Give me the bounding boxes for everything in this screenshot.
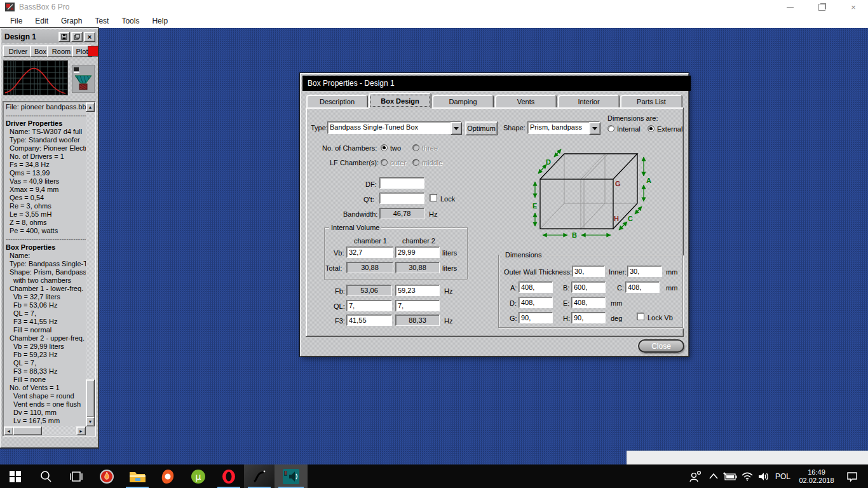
vb-chamber2-field[interactable]: 29,99	[395, 247, 440, 258]
a-field[interactable]: 408,	[519, 281, 553, 293]
lock-checkbox[interactable]	[430, 194, 437, 201]
utorrent-button[interactable]: µ	[183, 464, 214, 488]
qt-field[interactable]	[379, 193, 424, 204]
bassbox-button[interactable]	[275, 464, 308, 488]
language-indicator[interactable]: POL	[772, 464, 794, 488]
file-explorer-button[interactable]	[122, 464, 153, 488]
minimize-button[interactable]	[779, 0, 801, 14]
tray-expand-button[interactable]	[705, 464, 722, 488]
plot-color-swatch[interactable]	[88, 46, 98, 57]
dim-a-label: A	[646, 177, 651, 184]
e-label: E:	[563, 299, 569, 307]
d-field[interactable]: 408,	[519, 297, 553, 308]
middle-radio	[412, 159, 419, 166]
start-button[interactable]	[0, 464, 31, 488]
tab-vents[interactable]: Vents	[495, 95, 557, 108]
task-view-icon	[69, 471, 83, 482]
f3-chamber1-field[interactable]: 41,55	[346, 315, 392, 326]
f3-label: F3:	[335, 317, 345, 325]
ql-chamber1-field[interactable]: 7,	[346, 300, 392, 311]
search-button[interactable]	[31, 464, 61, 488]
box-design-panel: Type: Bandpass Single-Tuned Box Optimum …	[306, 107, 684, 337]
list-item: Vent ends = one flush	[4, 400, 86, 409]
type-dropdown-arrow-icon[interactable]	[451, 122, 462, 135]
horizontal-scrollbar[interactable]: ◄ ►	[4, 426, 86, 435]
dim-b-label: B	[572, 231, 577, 239]
owt-field[interactable]: 30,	[572, 266, 605, 277]
action-center-button[interactable]	[841, 464, 863, 488]
shape-dropdown-arrow-icon[interactable]	[589, 122, 600, 135]
duplicate-icon[interactable]	[71, 32, 83, 42]
properties-listbox[interactable]: File: pioneer bandpass.bb6--------------…	[3, 101, 96, 437]
people-tray-button[interactable]	[686, 464, 704, 488]
volume-tray-button[interactable]	[756, 464, 772, 488]
menu-file[interactable]: File	[4, 14, 29, 28]
three-chambers-radio	[412, 144, 419, 151]
ql-chamber2-field[interactable]: 7,	[395, 300, 440, 311]
b-field[interactable]: 600,	[571, 281, 606, 293]
tab-parts-list[interactable]: Parts List	[620, 95, 682, 108]
external-label: External	[657, 125, 682, 133]
tab-interior[interactable]: Interior	[558, 95, 620, 108]
origin-button[interactable]	[153, 464, 183, 488]
box-type-select[interactable]: Bandpass Single-Tuned Box	[327, 121, 461, 134]
scroll-up-icon[interactable]: ▲	[86, 102, 95, 112]
scroll-thumb[interactable]	[86, 379, 95, 417]
tab-driver[interactable]: Driver	[3, 45, 34, 57]
df-field[interactable]	[379, 177, 424, 189]
chamber2-header: chamber 2	[402, 237, 435, 245]
menu-test[interactable]: Test	[88, 14, 115, 28]
c-field[interactable]: 408,	[625, 281, 660, 293]
tab-description[interactable]: Description	[306, 95, 368, 108]
scroll-down-icon[interactable]: ▼	[86, 417, 95, 426]
tab-box-design[interactable]: Box Design	[369, 93, 431, 109]
dialog-close-button[interactable]: Close	[638, 339, 684, 353]
total-chamber2-field: 30,88	[395, 262, 440, 273]
external-radio[interactable]	[648, 125, 654, 132]
ql-label: QL:	[334, 302, 345, 310]
menu-help[interactable]: Help	[146, 14, 174, 28]
close-button[interactable]: ×	[843, 0, 864, 14]
scroll-right-icon[interactable]: ►	[76, 426, 86, 435]
tab-damping[interactable]: Damping	[432, 95, 494, 108]
g-field[interactable]: 90,	[519, 312, 553, 323]
total-unit: liters	[442, 264, 457, 272]
list-item: No. of Drivers = 1	[4, 152, 86, 161]
menu-graph[interactable]: Graph	[55, 14, 88, 28]
restore-button[interactable]	[811, 0, 832, 14]
save-icon[interactable]	[58, 32, 70, 42]
menu-tools[interactable]: Tools	[115, 14, 146, 28]
box-type-thumbnail[interactable]	[72, 65, 95, 93]
d-label: D:	[510, 299, 517, 307]
opera-button[interactable]	[214, 464, 244, 488]
close-design-icon[interactable]: ×	[84, 32, 95, 42]
menu-edit[interactable]: Edit	[29, 14, 55, 28]
vb-chamber1-field[interactable]: 32,7	[346, 247, 393, 258]
internal-radio[interactable]	[607, 125, 614, 132]
red-flame-app-button[interactable]	[92, 464, 122, 488]
optimum-button[interactable]: Optimum	[465, 121, 498, 135]
dialog-titlebar: Box Properties - Design 1	[302, 76, 691, 91]
two-chambers-radio[interactable]	[381, 144, 388, 151]
vertical-scrollbar[interactable]: ▲ ▼	[86, 102, 95, 426]
pen-tool-app-button[interactable]	[244, 464, 275, 488]
dim-d-label: D	[546, 158, 551, 166]
inner-wall-field[interactable]: 30,	[627, 266, 662, 277]
scroll-left-icon[interactable]: ◄	[4, 426, 13, 435]
task-view-button[interactable]	[61, 464, 92, 488]
battery-tray-button[interactable]	[722, 464, 738, 488]
fb-chamber2-field[interactable]: 59,23	[395, 285, 440, 296]
clock[interactable]: 16:49 02.02.2018	[794, 464, 839, 488]
owt-label: Outer Wall Thickness:	[504, 268, 572, 276]
response-graph-thumbnail[interactable]	[3, 60, 68, 95]
e-field[interactable]: 408,	[571, 297, 606, 308]
shape-label: Shape:	[503, 124, 526, 132]
background-window-edge[interactable]	[627, 451, 868, 465]
dimensions-are-label: Dimensions are:	[607, 114, 658, 122]
hscroll-thumb[interactable]	[13, 426, 42, 435]
wifi-tray-button[interactable]	[739, 464, 756, 488]
list-item: with two chambers	[4, 276, 86, 285]
h-field[interactable]: 90,	[571, 312, 606, 323]
list-item: ----------------------------------------	[4, 235, 86, 243]
lock-vb-checkbox[interactable]	[637, 313, 644, 320]
